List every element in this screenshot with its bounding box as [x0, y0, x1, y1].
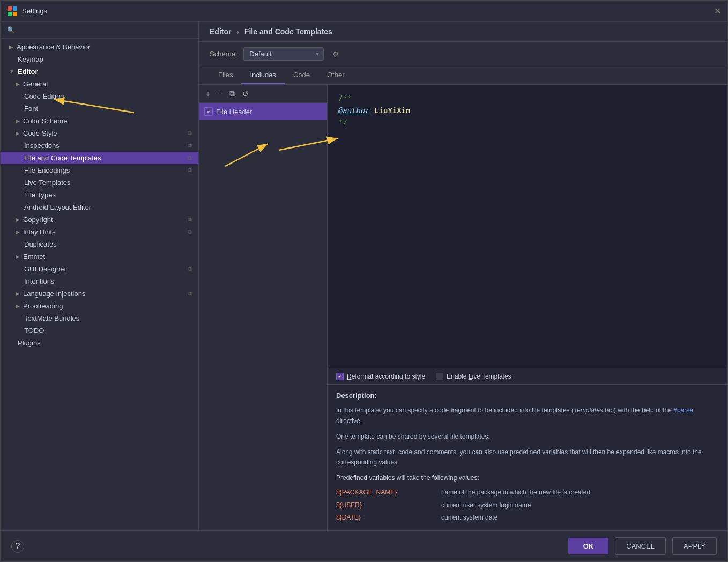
sidebar-item-color-scheme[interactable]: ▶ Color Scheme: [1, 115, 198, 127]
sidebar-search-bar[interactable]: 🔍: [1, 22, 198, 39]
sidebar-label-file-encodings: File Encodings: [24, 166, 70, 174]
live-templates-checkbox[interactable]: [436, 373, 443, 380]
tabs-row: Files Includes Code Other: [199, 66, 727, 85]
sidebar-label-inlay-hints: Inlay Hints: [23, 228, 56, 236]
tab-code[interactable]: Code: [285, 66, 318, 84]
scheme-label: Scheme:: [210, 50, 237, 58]
sidebar-item-code-style[interactable]: ▶ Code Style ⧉: [1, 127, 198, 139]
copy-icon-inlay-hints: ⧉: [188, 228, 192, 235]
sidebar-item-copyright[interactable]: ▶ Copyright ⧉: [1, 213, 198, 226]
sidebar-item-appearance[interactable]: ▶ Appearance & Behavior: [1, 41, 198, 53]
reformat-checkbox[interactable]: ✓: [336, 373, 344, 380]
breadcrumb-editor[interactable]: Editor: [210, 27, 231, 36]
template-items: File Header: [199, 103, 327, 530]
variable-row-package: ${PACKAGE_NAME} name of the package in w…: [336, 487, 719, 498]
cancel-button[interactable]: CANCEL: [615, 537, 666, 555]
sidebar-item-editor[interactable]: ▼ Editor: [1, 65, 198, 78]
titlebar: Settings ✕: [1, 1, 727, 22]
variables-title: Predefined variables will take the follo…: [336, 473, 719, 483]
parse-link[interactable]: #parse: [673, 406, 693, 414]
sidebar-item-textmate-bundles[interactable]: TextMate Bundles: [1, 312, 198, 324]
sidebar-label-textmate-bundles: TextMate Bundles: [24, 314, 79, 322]
tab-files[interactable]: Files: [210, 66, 241, 84]
tab-other[interactable]: Other: [318, 66, 353, 84]
breadcrumb: Editor › File and Code Templates: [199, 22, 727, 42]
variable-row-date: ${DATE} current system date: [336, 513, 719, 523]
sidebar-item-inspections[interactable]: Inspections ⧉: [1, 139, 198, 152]
ok-button[interactable]: OK: [568, 538, 609, 554]
live-templates-label-text: Enable Live Templates: [447, 373, 511, 380]
sidebar-label-language-injections: Language Injections: [23, 290, 85, 298]
apply-button[interactable]: APPLY: [672, 537, 717, 555]
sidebar-item-emmet[interactable]: ▶ Emmet: [1, 250, 198, 263]
breadcrumb-active: File and Code Templates: [244, 27, 332, 36]
sidebar-label-copyright: Copyright: [23, 216, 53, 224]
sidebar-item-plugins[interactable]: Plugins: [1, 337, 198, 349]
sidebar-label-live-templates: Live Templates: [24, 179, 70, 187]
var-desc-date: current system date: [441, 513, 497, 523]
template-list-panel: + − ⧉ ↺: [199, 85, 328, 530]
sidebar-item-proofreading[interactable]: ▶ Proofreading: [1, 300, 198, 312]
scheme-row: Scheme: Default Project ⚙: [199, 42, 727, 66]
sidebar-item-code-editing[interactable]: Code Editing: [1, 90, 198, 102]
sidebar-label-general: General: [23, 80, 48, 88]
tab-includes[interactable]: Includes: [241, 66, 284, 84]
remove-template-button[interactable]: −: [215, 88, 225, 99]
sidebar-item-intentions[interactable]: Intentions: [1, 275, 198, 287]
scheme-select-wrapper: Default Project: [243, 47, 324, 61]
reset-template-button[interactable]: ↺: [240, 88, 251, 99]
expand-arrow-general: ▶: [16, 81, 20, 87]
template-toolbar: + − ⧉ ↺: [199, 85, 327, 103]
expand-arrow-color-scheme: ▶: [16, 118, 20, 124]
template-item-file-header[interactable]: File Header: [199, 103, 327, 120]
expand-arrow-proofreading: ▶: [16, 303, 20, 309]
copy-template-button[interactable]: ⧉: [227, 88, 237, 99]
sidebar-item-live-templates[interactable]: Live Templates: [1, 176, 198, 189]
variable-row-user: ${USER} current user system login name: [336, 500, 719, 511]
expand-arrow-language-injections: ▶: [16, 291, 20, 297]
var-name-user: ${USER}: [336, 500, 433, 511]
code-panel: /** @author LiuYiXin */ ✓ Reform: [328, 85, 727, 530]
sidebar-item-inlay-hints[interactable]: ▶ Inlay Hints ⧉: [1, 226, 198, 238]
sidebar-label-code-editing: Code Editing: [24, 92, 64, 100]
sidebar-item-gui-designer[interactable]: GUI Designer ⧉: [1, 263, 198, 275]
sidebar-item-general[interactable]: ▶ General: [1, 78, 198, 90]
scheme-gear-button[interactable]: ⚙: [330, 48, 341, 61]
sidebar-label-keymap: Keymap: [18, 55, 43, 63]
sidebar: 🔍 ▶ Appearance & Behavior Keymap ▼ Edito…: [1, 22, 199, 530]
sidebar-label-inspections: Inspections: [24, 142, 60, 150]
description-text-1: In this template, you can specify a code…: [336, 405, 719, 426]
expand-arrow-inlay-hints: ▶: [16, 229, 20, 235]
code-line-2: @author LiuYiXin: [338, 105, 717, 117]
editor-area: + − ⧉ ↺: [199, 85, 727, 530]
sidebar-item-android-layout-editor[interactable]: Android Layout Editor: [1, 201, 198, 213]
sidebar-item-font[interactable]: Font: [1, 102, 198, 115]
add-template-button[interactable]: +: [203, 88, 213, 99]
expand-arrow-emmet: ▶: [16, 254, 20, 260]
description-text-2: One template can be shared by several fi…: [336, 432, 719, 442]
sidebar-label-android-layout-editor: Android Layout Editor: [24, 203, 91, 211]
reformat-checkbox-label[interactable]: ✓ Reformat according to style: [336, 373, 425, 380]
live-templates-checkbox-label[interactable]: Enable Live Templates: [436, 373, 511, 380]
sidebar-item-file-types[interactable]: File Types: [1, 189, 198, 201]
close-button[interactable]: ✕: [714, 6, 721, 16]
svg-rect-5: [207, 110, 210, 110]
window-title: Settings: [22, 7, 47, 15]
sidebar-item-file-and-code-templates[interactable]: File and Code Templates ⧉: [1, 152, 198, 164]
help-button[interactable]: ?: [11, 540, 24, 553]
var-name-date: ${DATE}: [336, 513, 433, 523]
code-editor[interactable]: /** @author LiuYiXin */: [328, 85, 727, 368]
sidebar-item-todo[interactable]: TODO: [1, 324, 198, 337]
scheme-select[interactable]: Default Project: [243, 47, 324, 61]
sidebar-label-appearance: Appearance & Behavior: [17, 43, 90, 51]
var-name-package: ${PACKAGE_NAME}: [336, 487, 433, 498]
var-desc-package: name of the package in which the new fil…: [441, 487, 590, 498]
sidebar-label-file-types: File Types: [24, 191, 56, 199]
svg-rect-3: [13, 12, 17, 16]
expand-arrow-code-style: ▶: [16, 130, 20, 136]
sidebar-item-file-encodings[interactable]: File Encodings ⧉: [1, 164, 198, 176]
sidebar-item-keymap[interactable]: Keymap: [1, 53, 198, 65]
description-panel: Description: In this template, you can s…: [328, 385, 727, 530]
sidebar-item-language-injections[interactable]: ▶ Language Injections ⧉: [1, 287, 198, 300]
sidebar-item-duplicates[interactable]: Duplicates: [1, 238, 198, 250]
